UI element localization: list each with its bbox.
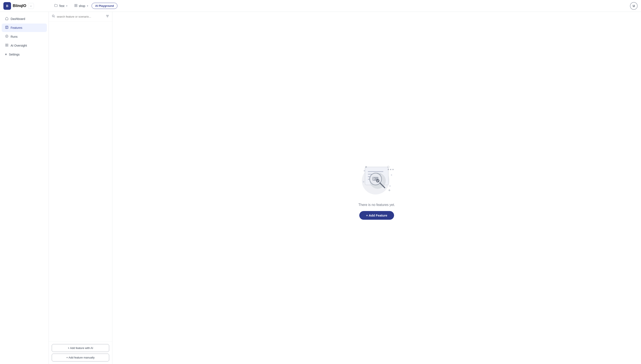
folder-icon <box>54 4 58 8</box>
svg-rect-8 <box>7 44 8 45</box>
svg-marker-33 <box>388 189 390 191</box>
ai-playground-button[interactable]: AI Playground <box>92 3 118 9</box>
sidebar-item-dashboard[interactable]: Dashboard <box>2 14 47 23</box>
ai-oversight-icon <box>5 44 9 48</box>
home-icon <box>5 17 9 21</box>
logo-area: B BlinqIO ‹ <box>4 2 50 10</box>
svg-rect-0 <box>75 4 76 5</box>
breadcrumb-shop[interactable]: shop ▾ <box>73 3 90 9</box>
svg-line-12 <box>54 17 55 17</box>
svg-point-31 <box>389 186 391 187</box>
app-name: BlinqIO <box>13 4 26 8</box>
runs-icon <box>5 34 9 39</box>
svg-point-25 <box>390 169 391 170</box>
feature-list <box>49 22 112 341</box>
sidebar-item-runs[interactable]: Runs <box>2 32 47 41</box>
user-avatar[interactable]: U <box>630 2 637 10</box>
sidebar-item-features[interactable]: Features <box>2 24 47 32</box>
chevron-down-icon: ▾ <box>66 4 68 8</box>
sidebar-ai-oversight-label: AI Oversight <box>11 44 27 47</box>
sidebar-settings-label: Settings <box>9 53 20 56</box>
breadcrumb-shop-label: shop <box>79 4 85 8</box>
empty-state: There is no features yet. + Add Feature <box>355 156 398 220</box>
svg-rect-10 <box>7 45 8 46</box>
empty-illustration <box>355 156 398 199</box>
svg-point-26 <box>392 169 394 170</box>
svg-point-30 <box>363 181 364 182</box>
breadcrumb-test-label: Test <box>59 4 65 8</box>
chevron-down-icon-2: ▾ <box>87 4 88 8</box>
sidebar-item-ai-oversight[interactable]: AI Oversight <box>2 41 47 50</box>
main-content: There is no features yet. + Add Feature <box>112 12 641 364</box>
app-logo-icon: B <box>4 2 11 10</box>
svg-point-23 <box>376 179 379 182</box>
app-header: B BlinqIO ‹ Test ▾ shop ▾ AI Playground … <box>0 0 641 12</box>
svg-marker-6 <box>7 36 8 37</box>
sidebar-dashboard-label: Dashboard <box>11 17 25 20</box>
grid-icon <box>74 4 78 8</box>
svg-point-28 <box>364 170 365 172</box>
sidebar-item-settings[interactable]: ▾ Settings <box>2 50 47 58</box>
empty-state-text: There is no features yet. <box>358 203 395 207</box>
breadcrumb-test[interactable]: Test ▾ <box>53 3 69 9</box>
feature-search-header <box>49 12 112 22</box>
svg-rect-7 <box>6 44 7 45</box>
feature-panel: + Add feature with AI + Add feature manu… <box>49 12 112 364</box>
sidebar-runs-label: Runs <box>11 35 18 38</box>
search-icon <box>52 14 55 19</box>
collapse-sidebar-button[interactable]: ‹ <box>28 3 34 9</box>
sidebar-features-label: Features <box>11 26 22 30</box>
svg-rect-9 <box>6 45 7 46</box>
svg-point-24 <box>388 169 389 170</box>
header-right: U <box>630 2 637 10</box>
main-layout: Dashboard Features Runs AI Oversight ▾ S… <box>0 12 641 364</box>
breadcrumb: Test ▾ shop ▾ AI Playground <box>53 3 627 9</box>
svg-rect-3 <box>76 6 77 7</box>
svg-rect-2 <box>75 6 76 7</box>
add-feature-manual-button[interactable]: + Add feature manually <box>52 354 109 362</box>
svg-rect-1 <box>76 4 77 5</box>
svg-point-29 <box>391 174 392 176</box>
features-icon <box>5 26 9 30</box>
search-input[interactable] <box>57 15 104 18</box>
feature-panel-footer: + Add feature with AI + Add feature manu… <box>49 341 112 364</box>
sidebar: Dashboard Features Runs AI Oversight ▾ S… <box>0 12 49 364</box>
add-feature-ai-button[interactable]: + Add feature with AI <box>52 344 109 352</box>
add-feature-button[interactable]: + Add Feature <box>359 211 394 220</box>
svg-point-27 <box>387 166 389 168</box>
chevron-settings-icon: ▾ <box>5 52 7 56</box>
filter-icon[interactable] <box>106 14 109 19</box>
